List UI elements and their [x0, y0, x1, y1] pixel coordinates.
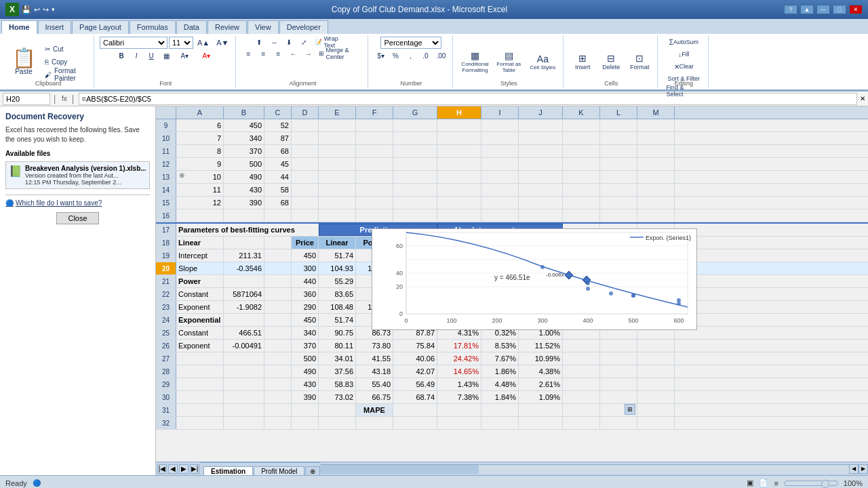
cell-i30[interactable]: 1.84%: [481, 391, 519, 403]
cell-f27[interactable]: 41.55: [356, 352, 393, 365]
cell-m14[interactable]: [637, 184, 675, 196]
paste-button[interactable]: 📋 Paste: [7, 43, 41, 81]
cell-d23[interactable]: 290: [292, 301, 319, 313]
cell-a16[interactable]: [176, 209, 224, 222]
cell-a14[interactable]: 11: [176, 184, 224, 196]
cell-j16[interactable]: [519, 209, 563, 222]
cell-d16[interactable]: [292, 209, 319, 222]
minimize-btn[interactable]: ─: [816, 5, 830, 14]
close-btn[interactable]: ✕: [849, 5, 863, 14]
col-header-i[interactable]: I: [481, 106, 519, 119]
cell-h11[interactable]: [437, 145, 481, 157]
cell-b15[interactable]: 390: [224, 197, 264, 209]
cell-i27[interactable]: 7.67%: [481, 352, 519, 365]
cell-l14[interactable]: [600, 184, 637, 196]
cell-m31[interactable]: [637, 404, 675, 416]
cell-e13[interactable]: [319, 171, 356, 183]
cell-j31[interactable]: [519, 404, 563, 416]
col-header-m[interactable]: M: [637, 106, 675, 119]
cell-d11[interactable]: [292, 145, 319, 157]
cell-b25[interactable]: 466.51: [224, 327, 264, 339]
cell-j10[interactable]: [519, 132, 563, 144]
tab-nav-prev[interactable]: ◀: [168, 464, 178, 474]
cell-i9[interactable]: [481, 119, 519, 131]
cell-m10[interactable]: [637, 132, 675, 144]
zoom-level[interactable]: 100%: [844, 479, 863, 487]
cell-k14[interactable]: [563, 184, 600, 196]
cell-m13[interactable]: [637, 171, 675, 183]
maximize-btn[interactable]: □: [833, 5, 846, 14]
cell-k13[interactable]: [563, 171, 600, 183]
cell-c32[interactable]: [264, 417, 292, 429]
cell-e19[interactable]: 51.74: [319, 249, 356, 262]
cell-f12[interactable]: [356, 158, 393, 170]
cell-g29[interactable]: 56.49: [393, 378, 437, 390]
font-size-select[interactable]: 11: [169, 37, 193, 49]
cell-j28[interactable]: 4.38%: [519, 365, 563, 378]
cell-e20[interactable]: 104.93: [319, 262, 356, 274]
cell-l12[interactable]: [600, 158, 637, 170]
cell-j11[interactable]: [519, 145, 563, 157]
cell-b28[interactable]: [224, 365, 264, 378]
cell-g9[interactable]: [393, 119, 437, 131]
cell-h29[interactable]: 1.43%: [437, 378, 481, 390]
conditional-formatting-btn[interactable]: ▦ Conditional Formatting: [458, 43, 491, 81]
cell-k10[interactable]: [563, 132, 600, 144]
cell-g27[interactable]: 40.06: [393, 352, 437, 365]
cell-f32[interactable]: [356, 417, 393, 429]
cell-i31[interactable]: [481, 404, 519, 416]
normal-view-btn[interactable]: ▣: [747, 479, 753, 487]
cell-m26[interactable]: [637, 340, 675, 352]
cell-i14[interactable]: [481, 184, 519, 196]
orientation-btn[interactable]: ⤢: [297, 37, 311, 47]
decrease-decimal-btn[interactable]: .00: [433, 50, 448, 61]
cell-k27[interactable]: [563, 352, 600, 365]
cell-j26[interactable]: 11.52%: [519, 340, 563, 352]
cell-c15[interactable]: 68: [264, 197, 292, 209]
cell-k28[interactable]: [563, 365, 600, 378]
cell-b27[interactable]: [224, 352, 264, 365]
cell-f13[interactable]: [356, 171, 393, 183]
cell-k16[interactable]: [563, 209, 600, 222]
tab-nav-last[interactable]: ▶|: [190, 464, 199, 474]
cell-l10[interactable]: [600, 132, 637, 144]
cell-b13[interactable]: 490: [224, 171, 264, 183]
number-format-select[interactable]: Percentage: [380, 37, 441, 49]
sheet-tab-add[interactable]: ⊕: [305, 466, 320, 476]
quick-access-undo[interactable]: ↩: [34, 5, 40, 14]
cell-e9[interactable]: [319, 119, 356, 131]
cell-j14[interactable]: [519, 184, 563, 196]
formula-close-icon[interactable]: ✕: [860, 95, 865, 102]
cell-b22[interactable]: 5871064: [224, 288, 264, 300]
cell-k26[interactable]: [563, 340, 600, 352]
tab-home[interactable]: Home: [1, 20, 37, 34]
col-header-g[interactable]: G: [393, 106, 437, 119]
cell-m11[interactable]: [637, 145, 675, 157]
col-header-b[interactable]: B: [224, 106, 264, 119]
indent-increase-btn[interactable]: →: [301, 48, 315, 59]
cell-a29[interactable]: [176, 378, 224, 390]
cell-l29[interactable]: [600, 378, 637, 390]
col-header-f[interactable]: F: [356, 106, 393, 119]
cell-c24[interactable]: [264, 314, 292, 326]
cell-l11[interactable]: [600, 145, 637, 157]
ribbon-toggle[interactable]: ▲: [800, 5, 814, 14]
cell-h13[interactable]: [437, 171, 481, 183]
cell-g32[interactable]: [393, 417, 437, 429]
cell-h32[interactable]: [437, 417, 481, 429]
quick-access-save[interactable]: 💾: [22, 5, 31, 14]
cell-k11[interactable]: [563, 145, 600, 157]
cell-k29[interactable]: [563, 378, 600, 390]
cell-i32[interactable]: [481, 417, 519, 429]
formula-expand-icon[interactable]: fx: [60, 95, 68, 102]
copy-button[interactable]: ⎘Copy: [42, 56, 90, 68]
italic-button[interactable]: I: [130, 49, 143, 62]
cell-a28[interactable]: [176, 365, 224, 378]
cell-d32[interactable]: [292, 417, 319, 429]
cell-h14[interactable]: [437, 184, 481, 196]
scroll-left-btn[interactable]: ◀: [849, 464, 859, 474]
cell-a12[interactable]: 9: [176, 158, 224, 170]
cell-i16[interactable]: [481, 209, 519, 222]
cell-d27[interactable]: 500: [292, 352, 319, 365]
cell-c23[interactable]: [264, 301, 292, 313]
